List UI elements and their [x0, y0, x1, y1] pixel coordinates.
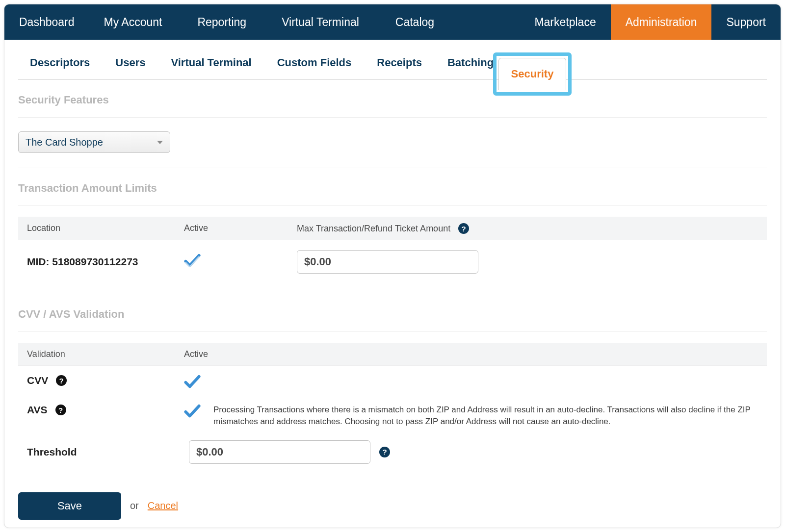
tab-descriptors[interactable]: Descriptors: [29, 53, 91, 72]
tab-users[interactable]: Users: [114, 53, 146, 72]
tab-virtual-terminal[interactable]: Virtual Terminal: [170, 53, 252, 72]
limits-table-header: Location Active Max Transaction/Refund T…: [18, 217, 767, 240]
threshold-row: Threshold ?: [18, 431, 767, 473]
active-checkbox[interactable]: [184, 253, 297, 270]
section-transaction-limits: Transaction Amount Limits: [18, 182, 767, 206]
or-text: or: [130, 500, 139, 511]
nav-virtual-terminal[interactable]: Virtual Terminal: [267, 4, 374, 40]
help-icon[interactable]: ?: [458, 223, 469, 234]
cvv-label: CVV: [27, 375, 48, 386]
validation-table-header: Validation Active: [18, 343, 767, 366]
col-max-amount: Max Transaction/Refund Ticket Amount: [297, 224, 450, 234]
nav-administration[interactable]: Administration: [611, 4, 712, 40]
nav-dashboard[interactable]: Dashboard: [4, 4, 89, 40]
tab-custom-fields[interactable]: Custom Fields: [276, 53, 353, 72]
help-icon[interactable]: ?: [55, 405, 66, 415]
col-validation: Validation: [27, 349, 184, 359]
location-value: MID: 518089730112273: [27, 256, 184, 268]
tab-receipts[interactable]: Receipts: [376, 53, 423, 72]
nav-my-account[interactable]: My Account: [89, 4, 177, 40]
merchant-select[interactable]: The Card Shoppe: [18, 131, 170, 153]
nav-support[interactable]: Support: [711, 4, 781, 40]
cvv-active-checkbox[interactable]: [184, 375, 213, 391]
cvv-row: CVV ?: [18, 366, 767, 395]
nav-marketplace[interactable]: Marketplace: [520, 4, 610, 40]
max-amount-input[interactable]: [297, 250, 478, 274]
chevron-down-icon: [157, 141, 163, 144]
merchant-select-value: The Card Shoppe: [26, 137, 103, 148]
form-footer: Save or Cancel: [18, 473, 767, 520]
help-icon[interactable]: ?: [56, 375, 67, 386]
limits-table-row: MID: 518089730112273: [18, 240, 767, 283]
section-cvv-avs: CVV / AVS Validation: [18, 308, 767, 332]
save-button[interactable]: Save: [18, 492, 121, 520]
avs-active-checkbox[interactable]: [184, 404, 213, 421]
col-active-2: Active: [184, 349, 758, 359]
avs-label: AVS: [27, 404, 48, 416]
nav-reporting[interactable]: Reporting: [177, 4, 267, 40]
tab-batching[interactable]: Batching: [446, 53, 495, 72]
avs-note: Processing Transactions where there is a…: [213, 404, 758, 428]
threshold-label: Threshold: [27, 446, 77, 458]
admin-subtabs: Descriptors Users Virtual Terminal Custo…: [18, 53, 767, 80]
top-nav: Dashboard My Account Reporting Virtual T…: [4, 4, 781, 40]
cancel-link[interactable]: Cancel: [148, 500, 178, 511]
avs-row: AVS ? Processing Transactions where ther…: [18, 395, 767, 431]
section-security-features: Security Features: [18, 94, 767, 118]
col-location: Location: [27, 223, 184, 234]
nav-catalog[interactable]: Catalog: [374, 4, 456, 40]
help-icon[interactable]: ?: [379, 447, 390, 457]
col-active: Active: [184, 223, 297, 234]
threshold-input[interactable]: [189, 440, 370, 464]
